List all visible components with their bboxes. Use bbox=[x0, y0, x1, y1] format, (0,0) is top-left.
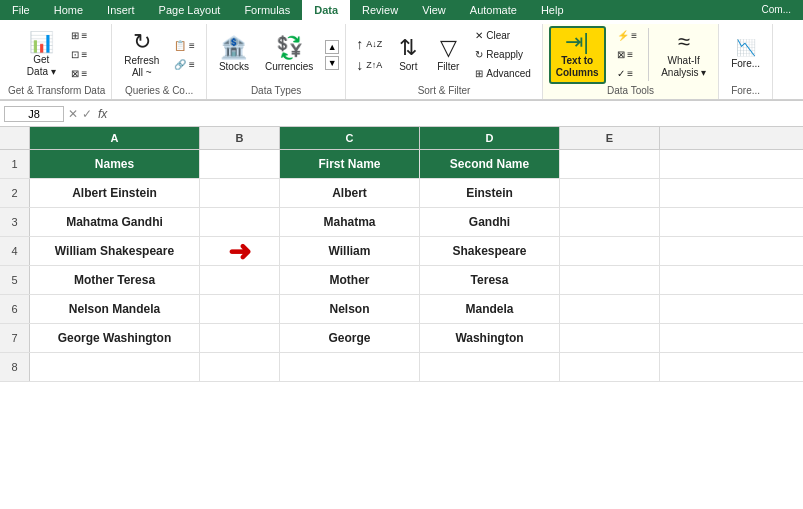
col-header-E[interactable]: E bbox=[560, 127, 660, 149]
cell-D6[interactable]: Mandela bbox=[420, 295, 560, 323]
sort-icon: ⇅ bbox=[399, 37, 417, 59]
cancel-formula-icon: ✕ bbox=[68, 107, 78, 121]
table-row: 5 Mother Teresa Mother Teresa bbox=[0, 266, 803, 295]
cell-B3[interactable] bbox=[200, 208, 280, 236]
cell-B6[interactable] bbox=[200, 295, 280, 323]
cell-C3[interactable]: Mahatma bbox=[280, 208, 420, 236]
tab-automate[interactable]: Automate bbox=[458, 0, 529, 20]
cell-A3[interactable]: Mahatma Gandhi bbox=[30, 208, 200, 236]
cell-E4[interactable] bbox=[560, 237, 660, 265]
cell-E2[interactable] bbox=[560, 179, 660, 207]
tab-file[interactable]: File bbox=[0, 0, 42, 20]
cell-D7[interactable]: Washington bbox=[420, 324, 560, 352]
cell-E1[interactable] bbox=[560, 150, 660, 178]
filter-button[interactable]: ▽ Filter bbox=[430, 33, 466, 77]
tab-data[interactable]: Data bbox=[302, 0, 350, 20]
cell-A4[interactable]: William Shakespeare bbox=[30, 237, 200, 265]
cell-B4[interactable]: ➜ bbox=[200, 237, 280, 265]
group-data-tools: ⇥| Text toColumns ⚡ ≡ ⊠ ≡ ✓ ≡ ≈ What-IfA… bbox=[543, 24, 719, 99]
cell-B5[interactable] bbox=[200, 266, 280, 294]
table-row: 8 bbox=[0, 353, 803, 382]
stocks-button[interactable]: 🏦 Stocks bbox=[213, 33, 255, 77]
query-small-2[interactable]: 🔗 ≡ bbox=[169, 56, 200, 73]
forecast-button[interactable]: 📉 Fore... bbox=[725, 36, 766, 74]
refresh-label: RefreshAll ~ bbox=[124, 55, 159, 79]
cell-B2[interactable] bbox=[200, 179, 280, 207]
small-btn-1[interactable]: ⊞ ≡ bbox=[66, 27, 93, 44]
tab-comments[interactable]: Com... bbox=[750, 0, 803, 20]
col-header-B[interactable]: B bbox=[200, 127, 280, 149]
currencies-button[interactable]: 💱 Currencies bbox=[259, 33, 319, 77]
tab-review[interactable]: Review bbox=[350, 0, 410, 20]
table-row: 6 Nelson Mandela Nelson Mandela bbox=[0, 295, 803, 324]
small-btn-3[interactable]: ⊠ ≡ bbox=[66, 65, 93, 82]
cell-B1[interactable] bbox=[200, 150, 280, 178]
col-header-A[interactable]: A bbox=[30, 127, 200, 149]
sort-az-button[interactable]: ↑A↓Z bbox=[352, 34, 386, 54]
tab-formulas[interactable]: Formulas bbox=[232, 0, 302, 20]
text-to-columns-button[interactable]: ⇥| Text toColumns bbox=[549, 26, 606, 84]
cell-D2[interactable]: Einstein bbox=[420, 179, 560, 207]
cell-D4[interactable]: Shakespeare bbox=[420, 237, 560, 265]
filter-label: Filter bbox=[437, 61, 459, 73]
tab-home[interactable]: Home bbox=[42, 0, 95, 20]
sort-za-button[interactable]: ↓Z↑A bbox=[352, 55, 386, 75]
cell-A8[interactable] bbox=[30, 353, 200, 381]
row-num-4: 4 bbox=[0, 237, 30, 265]
cell-A7[interactable]: George Washington bbox=[30, 324, 200, 352]
confirm-formula-icon: ✓ bbox=[82, 107, 92, 121]
data-type-arrow-up[interactable]: ▲ bbox=[325, 40, 339, 54]
small-btn-2[interactable]: ⊡ ≡ bbox=[66, 46, 93, 63]
col-header-C[interactable]: C bbox=[280, 127, 420, 149]
cell-A6[interactable]: Nelson Mandela bbox=[30, 295, 200, 323]
cell-A2[interactable]: Albert Einstein bbox=[30, 179, 200, 207]
stocks-icon: 🏦 bbox=[220, 37, 247, 59]
tab-view[interactable]: View bbox=[410, 0, 458, 20]
cell-D5[interactable]: Teresa bbox=[420, 266, 560, 294]
query-small-1[interactable]: 📋 ≡ bbox=[169, 37, 200, 54]
cell-C8[interactable] bbox=[280, 353, 420, 381]
tab-insert[interactable]: Insert bbox=[95, 0, 147, 20]
cell-C2[interactable]: Albert bbox=[280, 179, 420, 207]
cell-D3[interactable]: Gandhi bbox=[420, 208, 560, 236]
cell-C7[interactable]: George bbox=[280, 324, 420, 352]
get-data-button[interactable]: 📊 GetData ▾ bbox=[21, 28, 62, 82]
table-row: 1 Names First Name Second Name bbox=[0, 150, 803, 179]
reapply-button[interactable]: ↻ Reapply bbox=[470, 46, 535, 63]
tab-help[interactable]: Help bbox=[529, 0, 576, 20]
table-row: 4 William Shakespeare ➜ William Shakespe… bbox=[0, 237, 803, 266]
row-num-5: 5 bbox=[0, 266, 30, 294]
cell-A5[interactable]: Mother Teresa bbox=[30, 266, 200, 294]
cell-C5[interactable]: Mother bbox=[280, 266, 420, 294]
forecast-label: Fore... bbox=[731, 58, 760, 70]
cell-D1[interactable]: Second Name bbox=[420, 150, 560, 178]
advanced-button[interactable]: ⊞ Advanced bbox=[470, 65, 535, 82]
cell-A1[interactable]: Names bbox=[30, 150, 200, 178]
group-data-types-label: Data Types bbox=[251, 85, 301, 99]
sort-button[interactable]: ⇅ Sort bbox=[390, 33, 426, 77]
cell-B8[interactable] bbox=[200, 353, 280, 381]
cell-C1[interactable]: First Name bbox=[280, 150, 420, 178]
cell-E8[interactable] bbox=[560, 353, 660, 381]
data-validation-button[interactable]: ✓ ≡ bbox=[612, 65, 643, 82]
data-type-arrow-dn[interactable]: ▼ bbox=[325, 56, 339, 70]
refresh-all-button[interactable]: ↻ RefreshAll ~ bbox=[118, 27, 165, 83]
remove-dup-button[interactable]: ⊠ ≡ bbox=[612, 46, 643, 63]
tab-page-layout[interactable]: Page Layout bbox=[147, 0, 233, 20]
cell-C6[interactable]: Nelson bbox=[280, 295, 420, 323]
cell-D8[interactable] bbox=[420, 353, 560, 381]
cell-reference-input[interactable] bbox=[4, 106, 64, 122]
cell-E5[interactable] bbox=[560, 266, 660, 294]
cell-C4[interactable]: William bbox=[280, 237, 420, 265]
flash-fill-button[interactable]: ⚡ ≡ bbox=[612, 27, 643, 44]
group-get-transform: 📊 GetData ▾ ⊞ ≡ ⊡ ≡ ⊠ ≡ Get & Transform … bbox=[2, 24, 112, 99]
what-if-button[interactable]: ≈ What-IfAnalysis ▾ bbox=[655, 27, 712, 83]
cell-E6[interactable] bbox=[560, 295, 660, 323]
cell-E7[interactable] bbox=[560, 324, 660, 352]
clear-button[interactable]: ✕ Clear bbox=[470, 27, 535, 44]
cell-B7[interactable] bbox=[200, 324, 280, 352]
formula-input[interactable] bbox=[113, 107, 799, 121]
col-header-D[interactable]: D bbox=[420, 127, 560, 149]
row-num-2: 2 bbox=[0, 179, 30, 207]
cell-E3[interactable] bbox=[560, 208, 660, 236]
